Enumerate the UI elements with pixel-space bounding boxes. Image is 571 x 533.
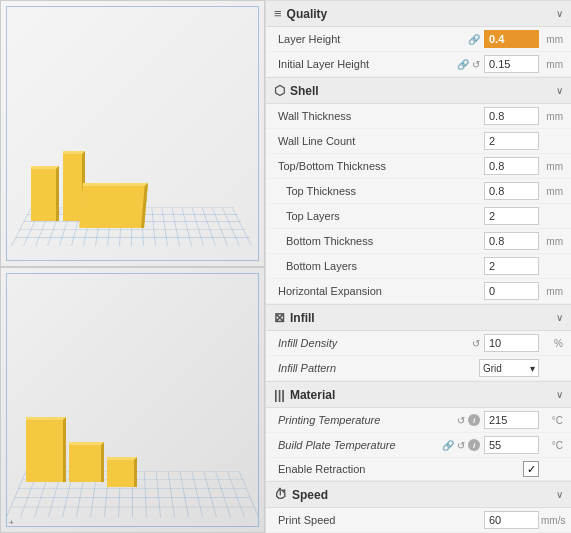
infill-density-row: Infill Density ↺ 10 %	[266, 331, 571, 356]
horizontal-expansion-value[interactable]: 0	[484, 282, 539, 300]
infill-icon: ⊠	[274, 310, 285, 325]
quality-title: Quality	[287, 7, 328, 21]
infill-density-unit: %	[541, 338, 563, 349]
printing-temperature-row: Printing Temperature ↺ i 215 °C	[266, 408, 571, 433]
top-bottom-thickness-row: Top/Bottom Thickness 0.8 mm	[266, 154, 571, 179]
infill-pattern-row: Infill Pattern Grid ▾	[266, 356, 571, 381]
build-plate-info-icon[interactable]: i	[468, 439, 480, 451]
printing-temperature-unit: °C	[541, 415, 563, 426]
speed-chevron: ∨	[556, 489, 563, 500]
enable-retraction-row: Enable Retraction ✓	[266, 458, 571, 481]
shell-section-header[interactable]: ⬡ Shell ∨	[266, 77, 571, 104]
print-speed-row: Print Speed 60 mm/s	[266, 508, 571, 533]
shell-icon: ⬡	[274, 83, 285, 98]
build-plate-reset-icon[interactable]: ↺	[457, 440, 465, 451]
wall-line-count-value[interactable]: 2	[484, 132, 539, 150]
3d-box-b1	[26, 417, 66, 482]
viewport-top[interactable]	[0, 0, 265, 267]
infill-density-value[interactable]: 10	[484, 334, 539, 352]
flat-piece-top	[79, 183, 148, 228]
top-thickness-label: Top Thickness	[286, 185, 484, 197]
viewport-bottom[interactable]: +	[0, 267, 265, 534]
layer-height-icons: 🔗	[468, 34, 480, 45]
3d-box-1	[31, 166, 59, 221]
enable-retraction-label: Enable Retraction	[278, 463, 523, 475]
build-plate-temperature-label: Build Plate Temperature	[278, 439, 442, 451]
bottom-layers-value[interactable]: 2	[484, 257, 539, 275]
build-plate-temperature-row: Build Plate Temperature 🔗 ↺ i 55 °C	[266, 433, 571, 458]
infill-density-reset-icon[interactable]: ↺	[472, 338, 480, 349]
infill-density-label: Infill Density	[278, 337, 472, 349]
layer-height-unit: mm	[541, 34, 563, 45]
bottom-thickness-label: Bottom Thickness	[286, 235, 484, 247]
horizontal-expansion-label: Horizontal Expansion	[278, 285, 484, 297]
bottom-layers-label: Bottom Layers	[286, 260, 484, 272]
shell-chevron: ∨	[556, 85, 563, 96]
infill-section-header[interactable]: ⊠ Infill ∨	[266, 304, 571, 331]
bottom-layers-row: Bottom Layers 2	[266, 254, 571, 279]
printing-temp-icons: ↺ i	[457, 414, 480, 426]
speed-header-left: ⏱ Speed	[274, 487, 328, 502]
top-thickness-value[interactable]: 0.8	[484, 182, 539, 200]
print-speed-unit: mm/s	[541, 515, 563, 526]
right-panel: ≡ Quality ∨ Layer Height 🔗 0.4 mm Initia…	[265, 0, 571, 533]
quality-icon: ≡	[274, 6, 282, 21]
wall-thickness-label: Wall Thickness	[278, 110, 484, 122]
wall-thickness-row: Wall Thickness 0.8 mm	[266, 104, 571, 129]
bottom-thickness-row: Bottom Thickness 0.8 mm	[266, 229, 571, 254]
bottom-thickness-unit: mm	[541, 236, 563, 247]
build-plate-temperature-value[interactable]: 55	[484, 436, 539, 454]
infill-pattern-chevron-icon: ▾	[530, 363, 535, 374]
3d-box-b2	[69, 442, 104, 482]
initial-layer-link-icon[interactable]: 🔗	[457, 59, 469, 70]
printing-temp-info-icon[interactable]: i	[468, 414, 480, 426]
initial-layer-height-icons: 🔗 ↺	[457, 59, 480, 70]
initial-layer-reset-icon[interactable]: ↺	[472, 59, 480, 70]
printing-temp-reset-icon[interactable]: ↺	[457, 415, 465, 426]
build-plate-temp-icons: 🔗 ↺ i	[442, 439, 480, 451]
infill-header-left: ⊠ Infill	[274, 310, 315, 325]
wall-thickness-value[interactable]: 0.8	[484, 107, 539, 125]
bottom-thickness-value[interactable]: 0.8	[484, 232, 539, 250]
initial-layer-height-row: Initial Layer Height 🔗 ↺ 0.15 mm	[266, 52, 571, 77]
infill-pattern-dropdown[interactable]: Grid ▾	[479, 359, 539, 377]
top-thickness-unit: mm	[541, 186, 563, 197]
quality-section-header[interactable]: ≡ Quality ∨	[266, 0, 571, 27]
build-plate-temperature-unit: °C	[541, 440, 563, 451]
horizontal-expansion-unit: mm	[541, 286, 563, 297]
layer-height-row: Layer Height 🔗 0.4 mm	[266, 27, 571, 52]
print-speed-label: Print Speed	[278, 514, 484, 526]
initial-layer-height-unit: mm	[541, 59, 563, 70]
printing-temperature-value[interactable]: 215	[484, 411, 539, 429]
material-chevron: ∨	[556, 389, 563, 400]
top-layers-value[interactable]: 2	[484, 207, 539, 225]
print-speed-value[interactable]: 60	[484, 511, 539, 529]
material-icon: |||	[274, 387, 285, 402]
build-plate-link-icon[interactable]: 🔗	[442, 440, 454, 451]
top-bottom-thickness-unit: mm	[541, 161, 563, 172]
infill-pattern-label: Infill Pattern	[278, 362, 479, 374]
top-bottom-thickness-label: Top/Bottom Thickness	[278, 160, 484, 172]
shell-title: Shell	[290, 84, 319, 98]
layer-height-value[interactable]: 0.4	[484, 30, 539, 48]
quality-header-left: ≡ Quality	[274, 6, 327, 21]
enable-retraction-checkbox[interactable]: ✓	[523, 461, 539, 477]
objects-bottom	[26, 417, 137, 482]
speed-section-header[interactable]: ⏱ Speed ∨	[266, 481, 571, 508]
layer-height-link-icon[interactable]: 🔗	[468, 34, 480, 45]
layer-height-label: Layer Height	[278, 33, 468, 45]
wall-line-count-row: Wall Line Count 2	[266, 129, 571, 154]
axis-indicator: +	[9, 518, 14, 527]
top-thickness-row: Top Thickness 0.8 mm	[266, 179, 571, 204]
initial-layer-height-value[interactable]: 0.15	[484, 55, 539, 73]
shell-header-left: ⬡ Shell	[274, 83, 319, 98]
printing-temperature-label: Printing Temperature	[278, 414, 457, 426]
speed-icon: ⏱	[274, 487, 287, 502]
material-section-header[interactable]: ||| Material ∨	[266, 381, 571, 408]
wall-line-count-label: Wall Line Count	[278, 135, 484, 147]
speed-title: Speed	[292, 488, 328, 502]
top-bottom-thickness-value[interactable]: 0.8	[484, 157, 539, 175]
horizontal-expansion-row: Horizontal Expansion 0 mm	[266, 279, 571, 304]
material-header-left: ||| Material	[274, 387, 335, 402]
top-layers-label: Top Layers	[286, 210, 484, 222]
